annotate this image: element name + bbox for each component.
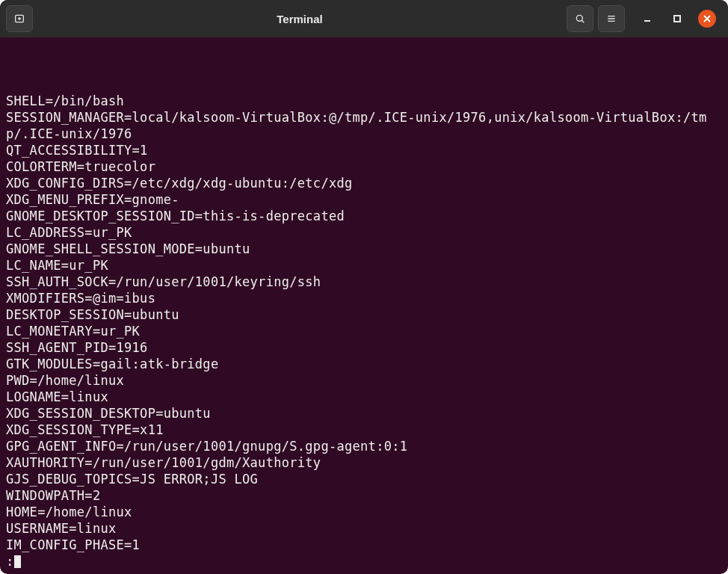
new-tab-icon xyxy=(13,13,25,25)
terminal-window: Terminal xyxy=(0,0,728,574)
terminal-line: XAUTHORITY=/run/user/1001/gdm/Xauthority xyxy=(6,454,722,471)
hamburger-icon xyxy=(605,13,617,25)
terminal-prompt-line: : xyxy=(6,553,722,570)
search-icon xyxy=(574,13,586,25)
terminal-line: LC_MONETARY=ur_PK xyxy=(6,323,722,339)
terminal-line: GJS_DEBUG_TOPICS=JS ERROR;JS LOG xyxy=(6,471,722,487)
terminal-line: USERNAME=linux xyxy=(6,520,722,537)
terminal-line: PWD=/home/linux xyxy=(6,372,722,389)
terminal-line: XDG_SESSION_DESKTOP=ubuntu xyxy=(6,405,722,422)
minimize-icon xyxy=(643,14,652,23)
terminal-line: LOGNAME=linux xyxy=(6,389,722,405)
maximize-icon xyxy=(673,14,682,23)
terminal-line: GPG_AGENT_INFO=/run/user/1001/gnupg/S.gp… xyxy=(6,438,722,454)
window-title: Terminal xyxy=(37,13,562,25)
new-tab-button[interactable] xyxy=(6,5,33,32)
svg-rect-9 xyxy=(674,16,680,22)
svg-point-3 xyxy=(576,15,582,21)
close-button[interactable] xyxy=(698,10,716,28)
terminal-line: GNOME_SHELL_SESSION_MODE=ubuntu xyxy=(6,241,722,257)
svg-line-4 xyxy=(582,20,584,22)
terminal-line: SSH_AUTH_SOCK=/run/user/1001/keyring/ssh xyxy=(6,274,722,290)
terminal-output[interactable]: SHELL=/bin/bashSESSION_MANAGER=local/kal… xyxy=(0,37,728,574)
terminal-line: XDG_MENU_PREFIX=gnome- xyxy=(6,191,722,208)
window-controls xyxy=(629,10,722,28)
terminal-line: LC_ADDRESS=ur_PK xyxy=(6,224,722,241)
terminal-line: XDG_SESSION_TYPE=x11 xyxy=(6,422,722,438)
terminal-line: XMODIFIERS=@im=ibus xyxy=(6,290,722,306)
terminal-line: SSH_AGENT_PID=1916 xyxy=(6,339,722,356)
menu-button[interactable] xyxy=(598,5,625,32)
cursor xyxy=(14,555,21,568)
terminal-line: GTK_MODULES=gail:atk-bridge xyxy=(6,356,722,372)
terminal-line: SESSION_MANAGER=local/kalsoom-VirtualBox… xyxy=(6,109,722,142)
minimize-button[interactable] xyxy=(638,10,656,28)
terminal-line: SHELL=/bin/bash xyxy=(6,93,722,109)
terminal-line: LC_NAME=ur_PK xyxy=(6,257,722,274)
terminal-line: IM_CONFIG_PHASE=1 xyxy=(6,537,722,553)
terminal-line: HOME=/home/linux xyxy=(6,504,722,520)
maximize-button[interactable] xyxy=(668,10,686,28)
search-button[interactable] xyxy=(567,5,593,32)
close-icon xyxy=(703,14,712,23)
terminal-line: GNOME_DESKTOP_SESSION_ID=this-is-depreca… xyxy=(6,208,722,224)
prompt-char: : xyxy=(6,554,14,569)
terminal-line: XDG_CONFIG_DIRS=/etc/xdg/xdg-ubuntu:/etc… xyxy=(6,175,722,191)
terminal-line: WINDOWPATH=2 xyxy=(6,487,722,504)
terminal-line: DESKTOP_SESSION=ubuntu xyxy=(6,306,722,323)
terminal-line: QT_ACCESSIBILITY=1 xyxy=(6,142,722,158)
terminal-line: COLORTERM=truecolor xyxy=(6,158,722,175)
titlebar: Terminal xyxy=(0,0,728,37)
